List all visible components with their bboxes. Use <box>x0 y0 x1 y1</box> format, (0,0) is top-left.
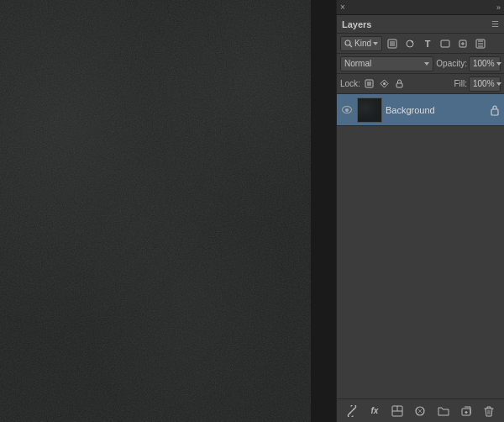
panel-menu-icon[interactable]: ☰ <box>491 19 499 29</box>
fill-value-text: 100% <box>473 79 495 88</box>
type-filter-icon[interactable]: T <box>420 36 435 51</box>
svg-point-13 <box>383 82 386 85</box>
svg-rect-14 <box>396 83 402 87</box>
panel-toolbar: fx <box>337 398 504 422</box>
blend-mode-dropdown[interactable]: Normal <box>340 56 433 71</box>
lock-label: Lock: <box>340 79 360 88</box>
opacity-chevron-icon <box>496 62 501 66</box>
panel-topbar: × » <box>337 0 504 15</box>
blend-row: Normal Opacity: 100% <box>337 54 504 74</box>
new-folder-button[interactable] <box>434 402 453 420</box>
lock-row: Lock: Fill: <box>337 74 504 94</box>
panel-title: Layers <box>342 19 371 29</box>
lock-icons <box>363 77 407 91</box>
opacity-section: Opacity: 100% <box>436 56 501 71</box>
layers-panel: × » Layers ☰ Kind <box>336 0 504 422</box>
fx-button[interactable]: fx <box>365 402 384 420</box>
svg-rect-12 <box>367 82 371 86</box>
link-layers-button[interactable] <box>343 402 361 420</box>
collapse-panel-button[interactable]: » <box>496 3 501 12</box>
kind-chevron-icon <box>373 42 378 45</box>
kind-dropdown[interactable]: Kind <box>340 36 382 51</box>
eye-icon <box>342 106 352 113</box>
fill-input[interactable]: 100% <box>469 76 501 92</box>
lock-all-button[interactable] <box>393 77 407 91</box>
new-layer-button[interactable] <box>457 402 475 420</box>
lock-pixels-button[interactable] <box>363 77 376 91</box>
svg-line-1 <box>350 45 353 47</box>
blend-mode-label: Normal <box>344 59 371 68</box>
svg-rect-15 <box>491 109 498 115</box>
new-fill-adjustment-button[interactable] <box>388 402 407 420</box>
pixel-filter-icon[interactable] <box>385 36 400 51</box>
close-panel-button[interactable]: × <box>340 3 345 12</box>
lock-position-button[interactable] <box>378 77 391 91</box>
fx-label: fx <box>370 406 378 415</box>
shape-filter-icon[interactable] <box>438 36 453 51</box>
adjustment-filter-icon[interactable] <box>402 36 417 51</box>
kind-label: Kind <box>354 39 371 48</box>
blend-chevron-icon <box>424 62 429 66</box>
fill-label: Fill: <box>454 79 467 88</box>
more-filter-icon[interactable] <box>473 36 488 51</box>
delete-layer-button[interactable] <box>480 402 498 420</box>
layer-thumbnail <box>357 98 382 123</box>
layers-list: Background <box>337 94 504 398</box>
kind-row: Kind T <box>337 34 504 54</box>
panel-topbar-left: × <box>340 3 345 12</box>
layer-name: Background <box>386 105 486 115</box>
layer-visibility-toggle[interactable] <box>340 103 354 117</box>
svg-line-16 <box>349 409 354 413</box>
layer-item[interactable]: Background <box>337 94 504 126</box>
canvas-area <box>0 0 311 422</box>
layer-lock-icon <box>489 103 501 117</box>
panel-title-bar: Layers ☰ <box>337 15 504 34</box>
opacity-value-text: 100% <box>473 59 495 68</box>
fill-section: Fill: 100% <box>454 76 501 92</box>
layer-thumbnail-inner <box>358 98 381 122</box>
search-icon <box>344 40 353 48</box>
svg-point-0 <box>345 40 350 45</box>
opacity-input[interactable]: 100% <box>469 56 501 71</box>
new-group-button[interactable] <box>411 402 429 420</box>
svg-rect-5 <box>441 40 449 47</box>
opacity-label: Opacity: <box>436 59 467 68</box>
fill-chevron-icon <box>496 82 501 86</box>
smart-filter-icon[interactable] <box>455 36 470 51</box>
svg-rect-3 <box>390 41 395 46</box>
